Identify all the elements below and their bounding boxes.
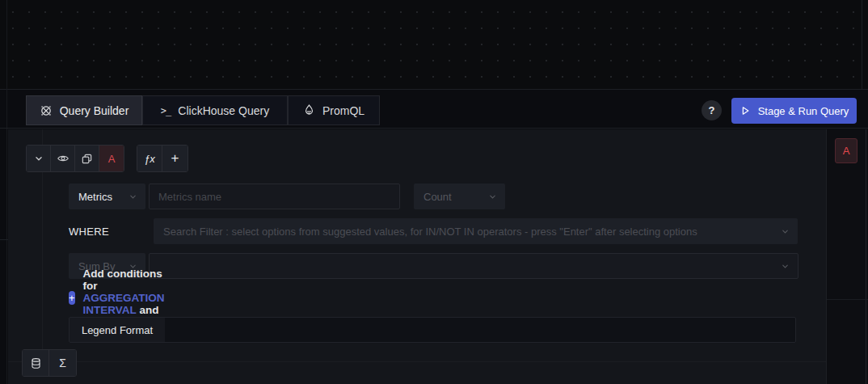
help-icon[interactable]: ? xyxy=(702,100,722,120)
tab-promql[interactable]: PromQL xyxy=(288,95,380,125)
add-query-footer-button[interactable] xyxy=(23,350,49,376)
tab-label: PromQL xyxy=(322,104,364,117)
legend-format-label: Legend Format xyxy=(70,318,165,342)
add-condition-icon[interactable]: + xyxy=(69,291,75,305)
footer-add-buttons: Σ xyxy=(22,349,77,377)
tab-clickhouse-query[interactable]: >_ ClickHouse Query xyxy=(142,95,288,125)
add-function-button[interactable]: ƒx xyxy=(137,146,162,171)
eye-icon xyxy=(57,152,70,165)
query-badge-a[interactable]: A xyxy=(835,138,857,163)
legend-format-row: Legend Format xyxy=(69,317,796,343)
stage-run-query-label: Stage & Run Query xyxy=(758,105,849,117)
add-formula-button[interactable]: Σ xyxy=(49,350,76,376)
panel-divider xyxy=(8,361,826,362)
search-filter-input[interactable] xyxy=(154,226,781,238)
tab-label: ClickHouse Query xyxy=(178,104,269,117)
query-rail: A xyxy=(826,129,868,384)
toggle-visibility-button[interactable] xyxy=(51,146,75,171)
rail-divider xyxy=(827,299,868,300)
clone-query-button[interactable] xyxy=(75,146,99,171)
metric-name-input[interactable] xyxy=(149,184,400,209)
collapse-query-button[interactable] xyxy=(27,146,51,171)
legend-format-input[interactable] xyxy=(165,318,795,342)
prometheus-icon xyxy=(303,104,315,116)
play-icon xyxy=(739,105,751,116)
add-query-button[interactable]: + xyxy=(162,146,188,171)
chevron-down-icon xyxy=(781,262,790,271)
aggregation-select[interactable]: Count xyxy=(414,184,505,209)
aggregation-value: Count xyxy=(423,191,452,203)
chevron-down-icon xyxy=(781,227,790,236)
terminal-icon: >_ xyxy=(161,105,171,116)
stage-run-query-button[interactable]: Stage & Run Query xyxy=(731,98,857,124)
group-by-select[interactable] xyxy=(149,253,798,279)
data-source-select[interactable]: Metrics xyxy=(69,184,145,209)
query-builder-panel: A ƒx + Metrics Count xyxy=(8,129,826,384)
query-add-toolbar: ƒx + xyxy=(137,145,188,172)
sum-by-row: Sum By xyxy=(69,253,798,279)
rail-right-line xyxy=(866,129,866,384)
panel-top-border xyxy=(0,128,868,129)
chart-right-border xyxy=(862,0,862,89)
plus-icon: + xyxy=(171,150,179,167)
chevron-down-icon xyxy=(33,153,44,164)
metrics-row: Metrics Count xyxy=(69,184,505,209)
left-edge-line xyxy=(6,0,7,384)
query-language-tabs: Query Builder >_ ClickHouse Query PromQL xyxy=(26,95,380,125)
copy-icon xyxy=(81,153,93,165)
query-name-button[interactable]: A xyxy=(99,146,124,171)
chart-dot-grid-area xyxy=(0,0,868,90)
search-filter-select[interactable] xyxy=(154,218,798,244)
chevron-down-icon xyxy=(129,192,137,201)
query-toolbar: A xyxy=(26,145,124,172)
sigma-icon: Σ xyxy=(59,357,66,369)
where-label: WHERE xyxy=(69,218,109,244)
left-edge-tick xyxy=(0,239,8,240)
data-source-value: Metrics xyxy=(78,191,112,203)
tab-label: Query Builder xyxy=(60,104,129,117)
function-icon: ƒx xyxy=(144,153,155,165)
add-conditions-row: + Add conditions for AGGREGATION INTERVA… xyxy=(69,290,172,305)
tab-query-builder[interactable]: Query Builder xyxy=(26,95,142,125)
query-builder-icon xyxy=(40,104,53,117)
chevron-down-icon xyxy=(488,192,497,201)
database-icon xyxy=(30,357,42,369)
